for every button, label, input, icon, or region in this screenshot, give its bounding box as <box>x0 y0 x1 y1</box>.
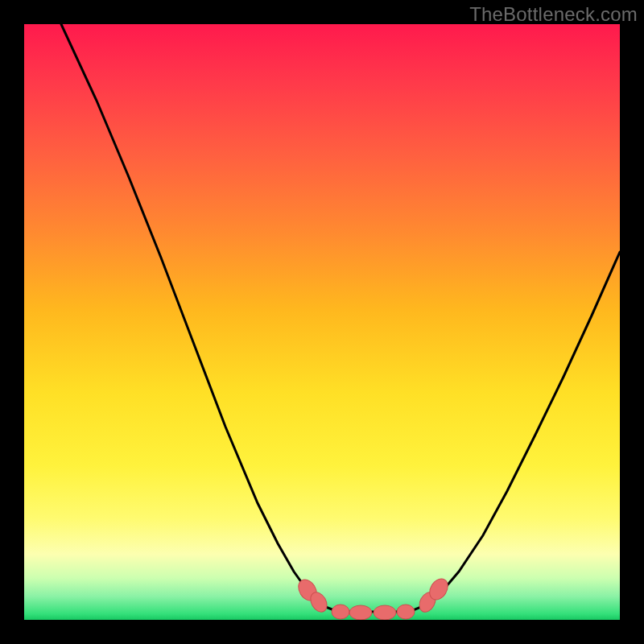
bottleneck-curve-right <box>409 252 620 612</box>
curve-layer <box>24 24 620 620</box>
curve-marker <box>374 605 396 620</box>
plot-area <box>24 24 620 620</box>
chart-frame: TheBottleneck.com <box>0 0 644 644</box>
attribution-label: TheBottleneck.com <box>469 3 638 26</box>
curve-marker <box>349 605 372 620</box>
bottleneck-curve-left <box>61 24 338 612</box>
curve-marker <box>397 605 415 619</box>
marker-group <box>295 576 452 620</box>
curve-marker <box>332 605 349 619</box>
